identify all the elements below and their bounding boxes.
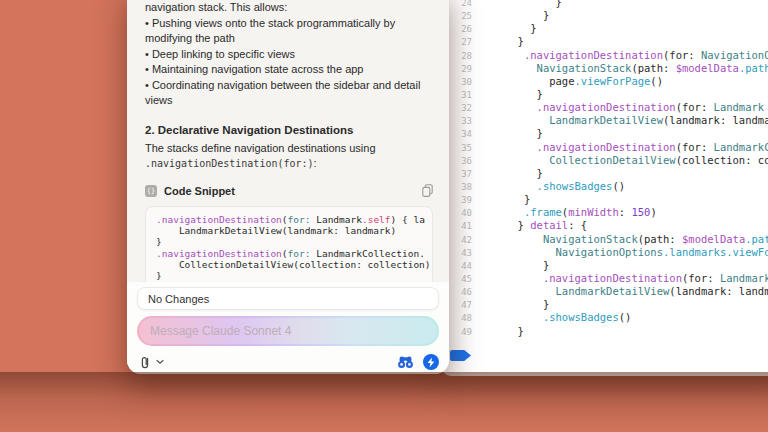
- section-body: The stacks define navigation destination…: [145, 141, 435, 172]
- send-button[interactable]: [423, 354, 439, 370]
- code-line: 26}: [440, 22, 768, 35]
- code-line: LandmarkDetailView(landmark: landmark): [156, 225, 432, 236]
- curly-braces-icon: {}: [145, 185, 157, 197]
- code-line: CollectionDetailView(collection: collect…: [156, 259, 432, 270]
- code-line-text: .showsBadges(): [486, 311, 631, 324]
- code-line: 40.frame(minWidth: 150): [440, 206, 768, 219]
- window-drop-shadow: [0, 372, 768, 432]
- code-line: 43NavigationOptions.landmarks.viewForPag…: [440, 246, 768, 259]
- code-line: 36CollectionDetailView(collection: colle…: [440, 154, 768, 167]
- code-line: 32.navigationDestination(for: Landmark: [440, 101, 768, 114]
- code-line: .navigationDestination(for: Landmark.sel…: [156, 214, 432, 225]
- code-line-text: LandmarkDetailView(landmark: landmark): [156, 225, 396, 236]
- text-line: navigation stack. This allows:: [145, 0, 435, 16]
- code-line-text: .navigationDestination(for: Landmark: [486, 101, 764, 114]
- code-snippet-header: {} Code Snippet: [145, 183, 435, 199]
- code-line: 47}: [440, 298, 768, 311]
- section-body-text: The stacks define navigation destination…: [145, 142, 376, 154]
- code-line-text: .frame(minWidth: 150): [486, 206, 657, 219]
- copy-icon[interactable]: [419, 183, 435, 199]
- assistant-panel: navigation stack. This allows:• Pushing …: [127, 0, 449, 374]
- section-body-suffix: :: [314, 157, 317, 169]
- assistant-paragraph: navigation stack. This allows:• Pushing …: [145, 0, 435, 109]
- section-heading: 2. Declarative Navigation Destinations: [145, 122, 435, 138]
- text-line: • Pushing views onto the stack programma…: [145, 16, 435, 47]
- code-line-text: }: [486, 298, 549, 311]
- code-editor-window[interactable]: 24}25}26}27}28.navigationDestination(for…: [440, 0, 768, 376]
- lightning-bolt-icon: [426, 357, 436, 368]
- code-line: 49}: [440, 325, 768, 338]
- text-line: • Coordinating navigation between the si…: [145, 78, 435, 109]
- code-line-text: }: [486, 35, 524, 48]
- breakpoint-marker-icon[interactable]: [450, 350, 471, 361]
- code-line: 37}: [440, 167, 768, 180]
- code-line-text: .showsBadges(): [486, 180, 625, 193]
- code-line: }: [156, 236, 432, 247]
- code-line: 31}: [440, 88, 768, 101]
- code-line: 35.navigationDestination(for: LandmarkCo…: [440, 141, 768, 154]
- code-line-text: .navigationDestination(for: NavigationOp…: [486, 49, 768, 62]
- code-line-text: }: [486, 9, 549, 22]
- code-line-text: }: [486, 88, 543, 101]
- code-line: 25}: [440, 9, 768, 22]
- code-line: 39}: [440, 193, 768, 206]
- code-line: 29NavigationStack(path: $modelData.path: [440, 62, 768, 75]
- code-line-text: .navigationDestination(for: LandmarkColl…: [486, 141, 768, 154]
- code-line: }: [156, 270, 432, 281]
- code-line-text: }: [156, 270, 162, 281]
- code-line: .navigationDestination(for: LandmarkColl…: [156, 248, 432, 259]
- inline-code: .navigationDestination(for:): [145, 158, 314, 169]
- code-snippet-title: Code Snippet: [164, 185, 419, 197]
- code-line-text: }: [486, 0, 562, 9]
- code-line: 34}: [440, 127, 768, 140]
- code-line-text: .navigationDestination(for: LandmarkColl…: [156, 248, 425, 259]
- code-line: 33LandmarkDetailView(landmark: landmark): [440, 114, 768, 127]
- code-line: 45.navigationDestination(for: Landmark.s…: [440, 272, 768, 285]
- code-line-text: }: [486, 127, 543, 140]
- code-line-text: NavigationStack(path: $modelData.path) {: [486, 233, 768, 246]
- code-line-text: .navigationDestination(for: Landmark.sel…: [486, 272, 768, 285]
- code-line: 24}: [440, 0, 768, 9]
- message-input[interactable]: Message Claude Sonnet 4: [137, 316, 439, 346]
- code-line: 44}: [440, 259, 768, 272]
- code-line-text: LandmarkDetailView(landmark: landmark): [486, 114, 768, 127]
- code-line: 27}: [440, 35, 768, 48]
- code-line: 41} detail: {: [440, 219, 768, 232]
- text-line: • Deep linking to specific views: [145, 47, 435, 63]
- chevron-down-icon[interactable]: [156, 359, 164, 365]
- attachment-button[interactable]: [137, 354, 153, 371]
- code-line: 42NavigationStack(path: $modelData.path)…: [440, 233, 768, 246]
- message-input-placeholder: Message Claude Sonnet 4: [139, 324, 291, 338]
- code-line-text: } detail: {: [486, 219, 587, 232]
- code-editor-content[interactable]: 24}25}26}27}28.navigationDestination(for…: [440, 0, 768, 338]
- code-line-text: page.viewForPage(): [486, 75, 663, 88]
- assistant-message: navigation stack. This allows:• Pushing …: [127, 0, 449, 293]
- code-line: 38.showsBadges(): [440, 180, 768, 193]
- code-line-text: }: [486, 259, 549, 272]
- code-line-text: }: [156, 236, 162, 247]
- code-line-text: }: [486, 193, 530, 206]
- code-line: 28.navigationDestination(for: Navigation…: [440, 49, 768, 62]
- composer-area: No Changes Message Claude Sonnet 4: [127, 282, 449, 374]
- code-line: 48.showsBadges(): [440, 311, 768, 324]
- code-line-text: CollectionDetailView(collection: collect…: [486, 154, 768, 167]
- code-line-text: .navigationDestination(for: Landmark.sel…: [156, 214, 425, 225]
- code-line-text: }: [486, 22, 537, 35]
- code-line-text: CollectionDetailView(collection: collect…: [156, 259, 431, 270]
- code-line-text: }: [486, 325, 524, 338]
- code-line-text: NavigationStack(path: $modelData.path: [486, 62, 768, 75]
- text-line: • Maintaining navigation state across th…: [145, 62, 435, 78]
- code-line-text: LandmarkDetailView(landmark: landmark): [486, 285, 768, 298]
- code-line: 30page.viewForPage(): [440, 75, 768, 88]
- no-changes-bar[interactable]: No Changes: [137, 287, 439, 310]
- code-line-text: NavigationOptions.landmarks.viewForPage: [486, 246, 768, 259]
- binoculars-icon[interactable]: [397, 355, 414, 369]
- code-line-text: }: [486, 167, 543, 180]
- composer-toolbar: [137, 351, 439, 373]
- code-snippet-block[interactable]: .navigationDestination(for: Landmark.sel…: [145, 206, 433, 293]
- code-line: 46LandmarkDetailView(landmark: landmark): [440, 285, 768, 298]
- desktop: { "colors": { "desktop_background": "#D3…: [0, 0, 768, 432]
